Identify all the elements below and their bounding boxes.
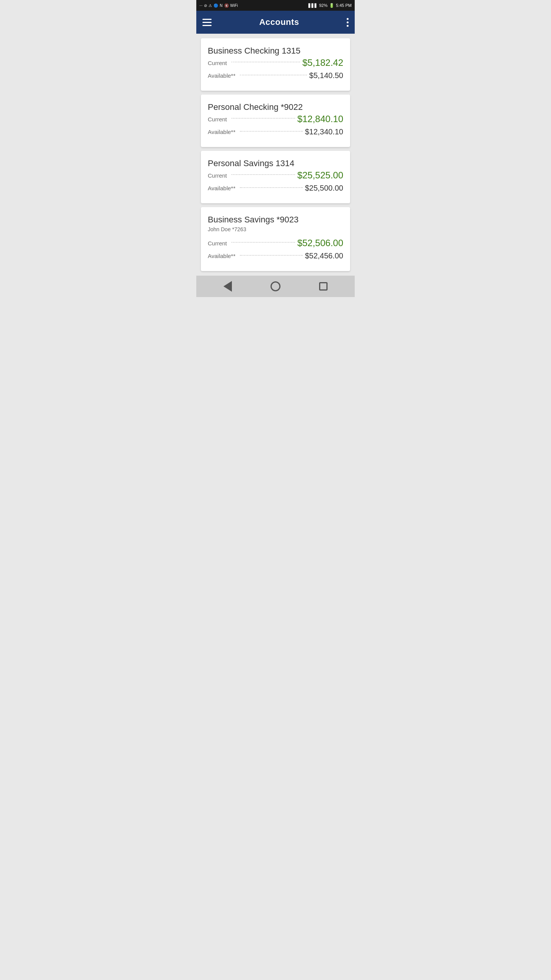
home-circle-icon: [271, 281, 280, 291]
warning-icon: ⚠: [209, 3, 212, 8]
available-amount: $25,500.00: [305, 184, 343, 193]
current-label: Current: [208, 116, 229, 122]
balance-dots: [231, 174, 295, 175]
account-name: Personal Checking *9022: [208, 102, 343, 112]
current-amount: $5,182.42: [302, 57, 343, 68]
back-triangle-icon: [223, 281, 232, 292]
account-card-business-checking-1315[interactable]: Business Checking 1315 Current $5,182.42…: [201, 38, 350, 91]
balance-dots-2: [240, 255, 303, 256]
current-balance-row: Current $52,506.00: [208, 238, 343, 248]
balance-dots-2: [240, 131, 303, 132]
status-bar: ··· ⊘ ⚠ 🔵 N 🔇 WiFi ▋▋▋ 92% 🔋 5:45 PM: [196, 0, 355, 11]
current-amount: $25,525.00: [297, 170, 343, 181]
balance-dots-2: [240, 187, 303, 188]
available-balance-row: Available** $5,140.50: [208, 71, 343, 80]
hamburger-line-1: [202, 19, 212, 20]
account-card-personal-savings-1314[interactable]: Personal Savings 1314 Current $25,525.00…: [201, 151, 350, 203]
current-balance-row: Current $5,182.42: [208, 57, 343, 68]
hamburger-line-2: [202, 22, 212, 23]
bluetooth-icon: 🔵: [214, 3, 218, 8]
bottom-navigation: [196, 276, 355, 297]
percent-icon: ⊘: [204, 3, 207, 8]
home-button[interactable]: [267, 278, 284, 295]
battery-percentage: 92%: [319, 3, 328, 8]
account-card-personal-checking-9022[interactable]: Personal Checking *9022 Current $12,840.…: [201, 95, 350, 147]
balance-dots: [231, 242, 295, 243]
account-name: Personal Savings 1314: [208, 158, 343, 168]
current-amount: $12,840.10: [297, 114, 343, 124]
available-amount: $52,456.00: [305, 252, 343, 260]
current-label: Current: [208, 60, 229, 66]
status-right: ▋▋▋ 92% 🔋 5:45 PM: [308, 3, 352, 8]
available-balance-row: Available** $52,456.00: [208, 252, 343, 260]
wifi-icon: WiFi: [230, 3, 238, 8]
available-balance-row: Available** $12,340.10: [208, 127, 343, 136]
account-sub-name: John Doe *7263: [208, 226, 343, 232]
balance-dots: [231, 118, 295, 119]
status-left: ··· ⊘ ⚠ 🔵 N 🔇 WiFi: [199, 3, 238, 8]
accounts-list: Business Checking 1315 Current $5,182.42…: [196, 34, 355, 276]
app-bar: Accounts: [196, 11, 355, 34]
available-label: Available**: [208, 253, 238, 259]
signal-icon: ▋▋▋: [308, 3, 318, 8]
recent-apps-button[interactable]: [315, 278, 332, 295]
battery-icon: 🔋: [329, 3, 334, 8]
account-name: Business Savings *9023: [208, 215, 343, 225]
available-label: Available**: [208, 129, 238, 135]
mute-icon: 🔇: [224, 3, 229, 8]
current-balance-row: Current $25,525.00: [208, 170, 343, 181]
current-amount: $52,506.00: [297, 238, 343, 248]
hamburger-line-3: [202, 25, 212, 26]
time-display: 5:45 PM: [336, 3, 352, 8]
dot-3: [347, 25, 349, 27]
current-label: Current: [208, 240, 229, 247]
recent-apps-icon: [319, 282, 328, 291]
available-amount: $12,340.10: [305, 127, 343, 136]
available-label: Available**: [208, 185, 238, 191]
more-options-button[interactable]: [347, 18, 349, 27]
current-balance-row: Current $12,840.10: [208, 114, 343, 124]
nfc-icon: N: [220, 3, 222, 8]
notification-icon: ···: [199, 3, 202, 8]
balance-dots-2: [240, 75, 307, 75]
dot-2: [347, 21, 349, 23]
account-card-business-savings-9023[interactable]: Business Savings *9023 John Doe *7263 Cu…: [201, 207, 350, 271]
available-amount: $5,140.50: [309, 71, 343, 80]
available-label: Available**: [208, 72, 238, 79]
back-button[interactable]: [219, 278, 236, 295]
account-name: Business Checking 1315: [208, 46, 343, 56]
balance-dots: [231, 62, 300, 62]
hamburger-menu-button[interactable]: [202, 19, 212, 26]
page-title: Accounts: [259, 17, 299, 27]
dot-1: [347, 18, 349, 20]
current-label: Current: [208, 172, 229, 179]
available-balance-row: Available** $25,500.00: [208, 184, 343, 193]
